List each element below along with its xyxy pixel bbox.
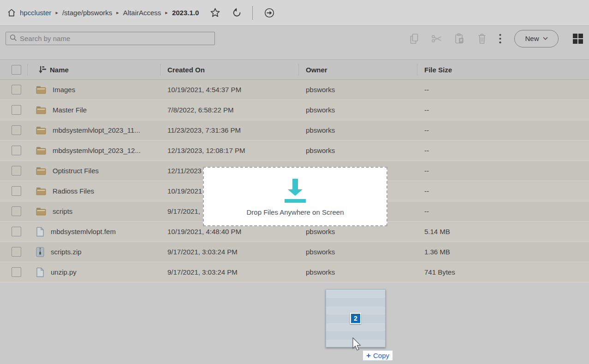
owner: pbsworks — [299, 141, 417, 160]
row-checkbox[interactable] — [12, 166, 21, 176]
breadcrumb-separator: ▸ — [165, 10, 168, 16]
column-header-label: Name — [50, 66, 69, 74]
zip-file-icon — [36, 247, 44, 257]
delete-trash-icon[interactable] — [477, 33, 487, 44]
column-header-size[interactable]: File Size — [417, 60, 589, 79]
file-size: -- — [417, 201, 589, 221]
refresh-icon[interactable] — [232, 7, 242, 18]
table-header: Name Created On Owner File Size — [0, 59, 589, 80]
file-name: mbdsystemlvlopt_2023_12... — [53, 147, 141, 154]
file-size: -- — [417, 80, 589, 100]
folder-icon — [36, 106, 46, 114]
file-name: Optistruct Files — [53, 167, 99, 175]
created-on: 7/8/2022, 6:58:22 PM — [161, 100, 299, 120]
column-header-owner[interactable]: Owner — [299, 60, 417, 79]
drop-files-overlay[interactable]: Drop Files Anywhere on Screen — [203, 167, 387, 226]
copy-icon[interactable] — [409, 33, 419, 44]
folder-icon — [36, 207, 46, 216]
file-name: mbdsystemlvlopt_2023_11... — [53, 126, 140, 134]
column-header-name[interactable]: Name — [28, 60, 161, 79]
breadcrumb-item-current: 2023.1.0 — [172, 9, 199, 17]
search-input[interactable] — [20, 32, 214, 45]
folder-icon — [36, 85, 46, 94]
breadcrumb: hpccluster ▸ /stage/pbsworks ▸ AltairAcc… — [20, 9, 199, 17]
search-box — [6, 32, 215, 45]
mouse-cursor-icon — [352, 337, 364, 353]
row-checkbox[interactable] — [12, 227, 21, 236]
cut-icon[interactable] — [431, 34, 442, 44]
folder-icon — [36, 166, 46, 175]
created-on: 9/17/2021, 3:03:24 PM — [161, 262, 299, 282]
breadcrumb-bar: hpccluster ▸ /stage/pbsworks ▸ AltairAcc… — [0, 0, 589, 26]
file-size: -- — [417, 141, 589, 160]
created-on: 9/17/2021, 3:03:24 PM — [161, 242, 299, 262]
table-row-master-file[interactable]: Master File 7/8/2022, 6:58:22 PM pbswork… — [0, 100, 589, 120]
search-icon — [10, 34, 17, 43]
file-name: mbdsystemlvlopt.fem — [51, 228, 116, 235]
owner: pbsworks — [299, 262, 417, 282]
file-name: unzip.py — [51, 268, 77, 276]
column-header-created[interactable]: Created On — [161, 60, 299, 79]
file-size: 5.14 MB — [417, 222, 589, 241]
paste-icon[interactable] — [454, 33, 465, 44]
drop-overlay-text: Drop Files Anywhere on Screen — [247, 208, 344, 216]
go-to-path-icon[interactable] — [264, 7, 275, 18]
chevron-down-icon — [543, 37, 548, 40]
row-checkbox[interactable] — [12, 146, 21, 155]
file-manager-window: hpccluster ▸ /stage/pbsworks ▸ AltairAcc… — [0, 0, 589, 364]
drag-copy-label: + Copy — [363, 350, 393, 361]
breadcrumb-separator: ▸ — [116, 10, 119, 16]
owner: pbsworks — [299, 242, 417, 262]
favorite-star-icon[interactable] — [210, 7, 220, 18]
topbar-divider — [252, 6, 253, 20]
row-checkbox[interactable] — [12, 206, 21, 216]
breadcrumb-item-stage-pbsworks[interactable]: /stage/pbsworks — [62, 9, 112, 17]
folder-icon — [36, 126, 46, 135]
file-icon — [36, 267, 44, 277]
file-size: 1.36 MB — [417, 242, 589, 262]
plus-icon: + — [366, 352, 371, 359]
created-on: 10/19/2021, 4:54:37 PM — [161, 80, 299, 100]
row-checkbox[interactable] — [12, 125, 21, 135]
new-button[interactable]: New — [514, 30, 559, 47]
file-name: Images — [53, 86, 75, 94]
sort-icon — [38, 65, 47, 74]
file-size: 741 Bytes — [417, 262, 589, 282]
file-size: -- — [417, 181, 589, 201]
table-row-unzip-py[interactable]: unzip.py 9/17/2021, 3:03:24 PM pbsworks … — [0, 262, 589, 282]
toolbar-actions: New — [397, 30, 583, 47]
drag-copy-label-text: Copy — [373, 352, 389, 359]
toolbar: New — [0, 26, 589, 51]
breadcrumb-separator: ▸ — [55, 10, 58, 16]
table-row-mbdsystemlvlopt-11[interactable]: mbdsystemlvlopt_2023_11... 11/23/2023, 7… — [0, 120, 589, 141]
download-arrow-icon — [285, 179, 306, 203]
row-checkbox[interactable] — [12, 267, 21, 277]
file-name: Radioss Files — [53, 187, 94, 195]
created-on: 11/23/2023, 7:31:36 PM — [161, 120, 299, 140]
select-all-checkbox[interactable] — [12, 65, 21, 75]
breadcrumb-item-altairaccess[interactable]: AltairAccess — [123, 9, 161, 17]
new-button-label: New — [525, 35, 539, 42]
grid-view-icon[interactable] — [572, 33, 583, 44]
owner: pbsworks — [299, 100, 417, 120]
row-checkbox[interactable] — [12, 105, 21, 115]
created-on: 12/13/2023, 12:08:17 PM — [161, 141, 299, 160]
table-row-scripts-zip[interactable]: scripts.zip 9/17/2021, 3:03:24 PM pbswor… — [0, 242, 589, 262]
more-options-kebab-icon[interactable] — [499, 34, 501, 44]
drag-count-badge: 2 — [350, 313, 361, 324]
file-name: scripts.zip — [51, 248, 82, 256]
row-checkbox[interactable] — [12, 186, 21, 196]
file-size: -- — [417, 100, 589, 120]
row-checkbox[interactable] — [12, 85, 21, 94]
home-icon[interactable] — [7, 8, 16, 18]
file-size: -- — [417, 161, 589, 181]
file-size: -- — [417, 120, 589, 140]
table-row-mbdsystemlvlopt-12[interactable]: mbdsystemlvlopt_2023_12... 12/13/2023, 1… — [0, 141, 589, 161]
file-name: scripts — [53, 207, 72, 215]
breadcrumb-item-hpccluster[interactable]: hpccluster — [20, 9, 51, 17]
owner: pbsworks — [299, 80, 417, 100]
folder-icon — [36, 187, 46, 195]
file-name: Master File — [53, 106, 87, 114]
row-checkbox[interactable] — [12, 247, 21, 257]
table-row-images[interactable]: Images 10/19/2021, 4:54:37 PM pbsworks -… — [0, 80, 589, 100]
